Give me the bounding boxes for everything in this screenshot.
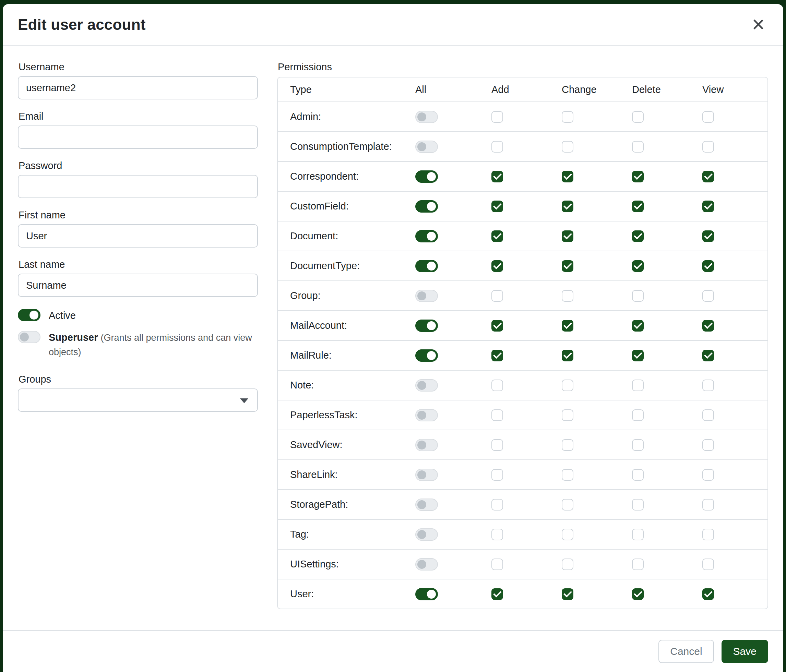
username-input[interactable] <box>18 76 258 99</box>
cancel-button[interactable]: Cancel <box>659 640 714 663</box>
permission-all-toggle[interactable] <box>415 260 438 272</box>
permission-type-label: User: <box>290 588 415 600</box>
permission-add-checkbox[interactable] <box>491 559 503 570</box>
permission-add-checkbox[interactable] <box>491 111 503 123</box>
permission-all-toggle[interactable] <box>415 349 438 362</box>
groups-select[interactable] <box>18 388 258 412</box>
permission-delete-checkbox[interactable] <box>632 350 644 361</box>
permission-view-checkbox[interactable] <box>702 201 714 212</box>
permission-add-checkbox[interactable] <box>491 320 503 331</box>
permission-view-checkbox[interactable] <box>702 231 714 242</box>
permission-change-checkbox[interactable] <box>562 171 574 182</box>
permission-all-toggle[interactable] <box>415 379 438 391</box>
permission-change-checkbox[interactable] <box>562 380 574 391</box>
last-name-field[interactable] <box>18 273 258 297</box>
first-name-group: First name <box>18 209 258 248</box>
permission-view-checkbox[interactable] <box>702 559 714 570</box>
permission-all-toggle[interactable] <box>415 320 438 332</box>
permission-all-toggle[interactable] <box>415 558 438 570</box>
col-delete: Delete <box>632 84 702 95</box>
permission-add-checkbox[interactable] <box>491 499 503 510</box>
permission-view-checkbox[interactable] <box>702 409 714 421</box>
superuser-toggle[interactable] <box>18 331 41 343</box>
permission-add-checkbox[interactable] <box>491 171 503 182</box>
permission-view-checkbox[interactable] <box>702 439 714 451</box>
permission-delete-checkbox[interactable] <box>632 499 644 510</box>
permission-add-checkbox[interactable] <box>491 350 503 361</box>
permission-view-checkbox[interactable] <box>702 171 714 182</box>
chevron-down-icon <box>240 399 248 403</box>
permission-delete-checkbox[interactable] <box>632 320 644 331</box>
permission-view-checkbox[interactable] <box>702 320 714 331</box>
permission-change-checkbox[interactable] <box>562 469 574 481</box>
permission-all-toggle[interactable] <box>415 141 438 153</box>
permission-all-toggle[interactable] <box>415 528 438 541</box>
close-icon[interactable]: × <box>748 14 768 35</box>
permission-view-checkbox[interactable] <box>702 469 714 481</box>
permission-delete-checkbox[interactable] <box>632 588 644 600</box>
permission-delete-checkbox[interactable] <box>632 409 644 421</box>
permission-change-checkbox[interactable] <box>562 588 574 600</box>
permission-all-toggle[interactable] <box>415 409 438 421</box>
permission-view-checkbox[interactable] <box>702 260 714 272</box>
permission-add-checkbox[interactable] <box>491 290 503 302</box>
permission-change-checkbox[interactable] <box>562 320 574 331</box>
first-name-field[interactable] <box>18 224 258 248</box>
permission-add-checkbox[interactable] <box>491 529 503 540</box>
permission-change-checkbox[interactable] <box>562 559 574 570</box>
permission-all-toggle[interactable] <box>415 290 438 302</box>
permission-view-checkbox[interactable] <box>702 290 714 302</box>
permission-view-checkbox[interactable] <box>702 529 714 540</box>
permission-add-checkbox[interactable] <box>491 231 503 242</box>
permission-add-checkbox[interactable] <box>491 439 503 451</box>
permission-delete-checkbox[interactable] <box>632 260 644 272</box>
permission-change-checkbox[interactable] <box>562 439 574 451</box>
permission-delete-checkbox[interactable] <box>632 171 644 182</box>
permission-all-toggle[interactable] <box>415 469 438 481</box>
permission-change-checkbox[interactable] <box>562 529 574 540</box>
permission-all-toggle[interactable] <box>415 439 438 451</box>
save-button[interactable]: Save <box>722 640 768 663</box>
permission-add-checkbox[interactable] <box>491 469 503 481</box>
permission-change-checkbox[interactable] <box>562 111 574 123</box>
permission-view-checkbox[interactable] <box>702 499 714 510</box>
permission-add-checkbox[interactable] <box>491 141 503 152</box>
permission-view-checkbox[interactable] <box>702 350 714 361</box>
permission-add-checkbox[interactable] <box>491 201 503 212</box>
permission-all-toggle[interactable] <box>415 170 438 183</box>
email-field[interactable] <box>18 126 258 149</box>
permission-change-checkbox[interactable] <box>562 201 574 212</box>
permission-delete-checkbox[interactable] <box>632 529 644 540</box>
permission-view-checkbox[interactable] <box>702 588 714 600</box>
permission-delete-checkbox[interactable] <box>632 141 644 152</box>
permission-all-toggle[interactable] <box>415 588 438 600</box>
password-field[interactable] <box>18 175 258 198</box>
active-toggle[interactable] <box>18 309 41 321</box>
permission-change-checkbox[interactable] <box>562 260 574 272</box>
permission-view-checkbox[interactable] <box>702 141 714 152</box>
permission-all-toggle[interactable] <box>415 499 438 511</box>
permission-delete-checkbox[interactable] <box>632 559 644 570</box>
permission-change-checkbox[interactable] <box>562 409 574 421</box>
permission-delete-checkbox[interactable] <box>632 290 644 302</box>
permission-delete-checkbox[interactable] <box>632 231 644 242</box>
permission-change-checkbox[interactable] <box>562 290 574 302</box>
permission-change-checkbox[interactable] <box>562 231 574 242</box>
permission-delete-checkbox[interactable] <box>632 439 644 451</box>
permission-delete-checkbox[interactable] <box>632 201 644 212</box>
permission-all-toggle[interactable] <box>415 230 438 242</box>
permission-add-checkbox[interactable] <box>491 380 503 391</box>
permission-add-checkbox[interactable] <box>491 409 503 421</box>
permission-change-checkbox[interactable] <box>562 499 574 510</box>
permission-all-toggle[interactable] <box>415 200 438 213</box>
permission-delete-checkbox[interactable] <box>632 111 644 123</box>
permission-change-checkbox[interactable] <box>562 141 574 152</box>
permission-all-toggle[interactable] <box>415 111 438 123</box>
permission-add-checkbox[interactable] <box>491 260 503 272</box>
permission-add-checkbox[interactable] <box>491 588 503 600</box>
permission-view-checkbox[interactable] <box>702 111 714 123</box>
permission-view-checkbox[interactable] <box>702 380 714 391</box>
permission-delete-checkbox[interactable] <box>632 469 644 481</box>
permission-change-checkbox[interactable] <box>562 350 574 361</box>
permission-delete-checkbox[interactable] <box>632 380 644 391</box>
